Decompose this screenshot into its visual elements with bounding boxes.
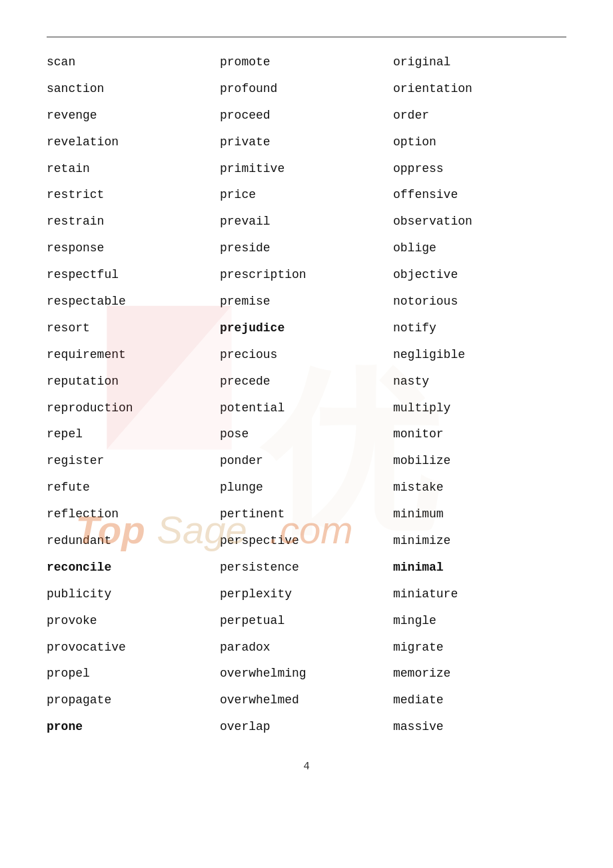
top-border	[47, 37, 566, 37]
word-item: sanction	[47, 76, 220, 103]
page-number: 4	[47, 761, 566, 773]
word-item: perpetual	[220, 608, 393, 635]
word-item: paradox	[220, 635, 393, 661]
word-item: prescription	[220, 262, 393, 289]
word-item: propel	[47, 661, 220, 687]
word-item: respectable	[47, 289, 220, 315]
word-item: requirement	[47, 342, 220, 369]
word-item: register	[47, 448, 220, 475]
word-item: negligible	[393, 342, 566, 369]
word-item: perspective	[220, 528, 393, 555]
word-item: overwhelming	[220, 661, 393, 687]
word-item: nasty	[393, 369, 566, 395]
word-item: oblige	[393, 235, 566, 262]
word-item: propagate	[47, 687, 220, 714]
word-item: prone	[47, 714, 220, 741]
word-item: plunge	[220, 475, 393, 501]
word-item: offensive	[393, 182, 566, 209]
word-item: objective	[393, 262, 566, 289]
word-item: persistence	[220, 555, 393, 581]
word-item: scan	[47, 49, 220, 76]
word-item: notorious	[393, 289, 566, 315]
word-item: mediate	[393, 687, 566, 714]
word-item: preside	[220, 235, 393, 262]
word-item: repel	[47, 421, 220, 448]
word-item: multiply	[393, 395, 566, 422]
word-item: memorize	[393, 661, 566, 687]
word-item: primitive	[220, 156, 393, 183]
word-item: migrate	[393, 635, 566, 661]
word-item: promote	[220, 49, 393, 76]
word-item: potential	[220, 395, 393, 422]
word-item: option	[393, 129, 566, 156]
word-item: monitor	[393, 421, 566, 448]
word-item: reflection	[47, 501, 220, 528]
word-item: miniature	[393, 581, 566, 608]
word-grid: scansanctionrevengerevelationretainrestr…	[47, 49, 566, 741]
word-col-3: originalorientationorderoptionoppressoff…	[393, 49, 566, 741]
word-item: response	[47, 235, 220, 262]
word-item: refute	[47, 475, 220, 501]
word-item: oppress	[393, 156, 566, 183]
word-item: respectful	[47, 262, 220, 289]
word-item: massive	[393, 714, 566, 741]
word-col-1: scansanctionrevengerevelationretainrestr…	[47, 49, 220, 741]
word-item: precious	[220, 342, 393, 369]
word-item: private	[220, 129, 393, 156]
word-item: perplexity	[220, 581, 393, 608]
word-item: minimal	[393, 555, 566, 581]
word-item: price	[220, 182, 393, 209]
word-item: mistake	[393, 475, 566, 501]
word-item: mobilize	[393, 448, 566, 475]
word-item: pose	[220, 421, 393, 448]
word-item: prejudice	[220, 315, 393, 342]
word-item: reproduction	[47, 395, 220, 422]
word-item: overlap	[220, 714, 393, 741]
word-item: mingle	[393, 608, 566, 635]
word-item: resort	[47, 315, 220, 342]
word-item: precede	[220, 369, 393, 395]
word-item: provoke	[47, 608, 220, 635]
word-item: proceed	[220, 103, 393, 129]
word-item: prevail	[220, 209, 393, 235]
word-item: retain	[47, 156, 220, 183]
word-item: orientation	[393, 76, 566, 103]
word-item: reputation	[47, 369, 220, 395]
word-item: observation	[393, 209, 566, 235]
word-item: publicity	[47, 581, 220, 608]
page: scansanctionrevengerevelationretainrestr…	[0, 0, 613, 813]
word-item: minimize	[393, 528, 566, 555]
word-item: overwhelmed	[220, 687, 393, 714]
word-item: revelation	[47, 129, 220, 156]
word-item: original	[393, 49, 566, 76]
word-item: redundant	[47, 528, 220, 555]
word-item: reconcile	[47, 555, 220, 581]
word-item: notify	[393, 315, 566, 342]
word-item: restrict	[47, 182, 220, 209]
word-item: pertinent	[220, 501, 393, 528]
word-item: order	[393, 103, 566, 129]
word-col-2: promoteprofoundproceedprivateprimitivepr…	[220, 49, 393, 741]
word-item: revenge	[47, 103, 220, 129]
word-item: profound	[220, 76, 393, 103]
word-item: premise	[220, 289, 393, 315]
word-item: restrain	[47, 209, 220, 235]
word-item: minimum	[393, 501, 566, 528]
word-item: provocative	[47, 635, 220, 661]
word-item: ponder	[220, 448, 393, 475]
